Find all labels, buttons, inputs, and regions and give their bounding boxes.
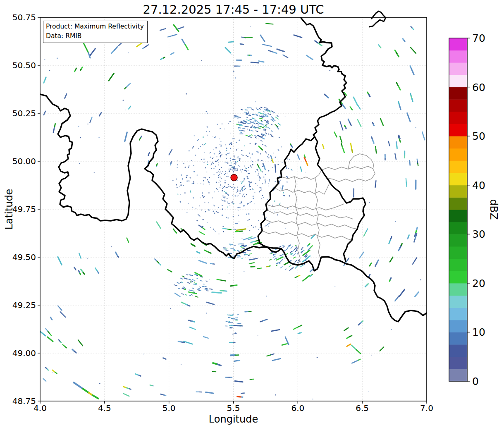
clutter-dot [222,208,223,210]
echo-streak [241,229,246,230]
clutter-dot [188,203,189,204]
clutter-dash [265,181,265,184]
clutter-dot [185,167,186,168]
clutter-dot [203,136,204,138]
patch-dash [275,124,277,127]
patch-dash [268,127,270,129]
echo-streak [397,146,397,148]
patch-dash [289,265,291,267]
echo-streak [358,324,360,325]
clutter-dot [196,208,196,209]
echo-streak [45,77,46,79]
patch-dash [252,118,255,119]
patch-dash [229,322,230,322]
clutter-dot [257,170,258,170]
speck [201,60,202,61]
reflectivity-echoes [39,24,425,400]
clutter-dash [190,191,191,193]
clutter-dot [218,207,219,208]
country-border-fragment [369,11,386,27]
clutter-dot [213,163,214,164]
patch-dash [182,276,184,277]
echo-feature [356,350,361,354]
echo-streak [267,266,268,267]
clutter-dot [203,180,204,181]
clutter-dot [281,146,282,147]
clutter-dot [214,153,215,155]
clutter-dot [289,195,290,196]
clutter-dot [201,184,201,184]
clutter-dot [199,205,200,206]
echo-feature [342,104,345,108]
clutter-dot [250,189,251,190]
echo-streak [343,150,344,153]
echo-streak [352,149,352,152]
clutter-dot [225,182,226,183]
clutter-dot [237,180,238,181]
radar-site-dot [231,174,237,181]
clutter-dash [279,181,279,184]
clutter-dot [223,196,225,198]
y-axis-label: Latitude [3,168,15,251]
echo-streak [127,238,129,242]
patch-dash [197,278,198,279]
clutter-dash [237,158,239,158]
speck [368,391,369,391]
echo-streak [178,342,181,342]
clutter-dot [180,182,182,183]
patch-dash [246,122,249,124]
echo-streak [230,286,234,286]
echo-streak [168,36,172,37]
patch-dash [244,254,246,254]
echo-streak [282,344,284,345]
echo-streak [310,57,313,60]
patch-dash [258,122,259,123]
speck [330,70,331,71]
echo-streak [399,248,400,250]
clutter-dash [225,145,226,145]
echo-streak [217,280,220,280]
echo-streak [182,288,184,289]
echo-streak [234,361,237,361]
clutter-dot [248,173,249,174]
clutter-dot [222,190,223,191]
speck [87,124,88,124]
echo-streak [373,124,374,126]
clutter-dot [277,215,278,216]
clutter-dash [216,188,217,190]
colorbar-band [449,50,467,63]
clutter-dot [220,172,220,173]
clutter-dot [244,165,245,166]
clutter-dot [236,196,237,196]
clutter-dot [220,141,221,142]
patch-dash [200,280,202,281]
product-annotation-box: Product: Maximum Reflectivity Data: RMIB [43,21,148,43]
clutter-dot [250,122,251,124]
speck [87,258,88,259]
clutter-dot [192,207,193,208]
clutter-dot [229,205,230,206]
clutter-dash [258,159,259,160]
echo-streak [236,229,241,230]
echo-streak [65,94,67,98]
clutter-dot [246,171,247,172]
colorbar-label: dBZ [488,192,500,227]
y-tick-label: 48.75 [12,396,36,406]
colorbar-band [449,62,467,75]
echo-streak [249,263,254,264]
patch-dash [260,120,262,120]
clutter-dot [207,179,208,181]
clutter-dot [244,194,244,194]
patch-dash [253,122,254,122]
colorbar-tick-label: 60 [472,81,485,93]
patch-dash [238,244,241,244]
clutter-dash [211,163,213,165]
clutter-dot [253,198,254,199]
patch-dash [193,284,197,285]
clutter-dash [227,153,230,153]
echo-feature [306,162,308,165]
patch-dash [282,245,283,246]
clutter-dot [203,219,204,220]
patch-dash [228,317,231,318]
patch-dash [252,125,253,126]
